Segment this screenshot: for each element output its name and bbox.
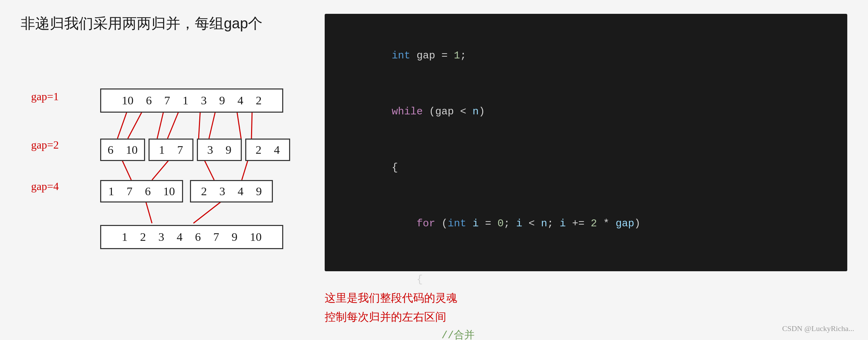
svg-line-2 bbox=[157, 109, 164, 139]
page-title: 非递归我们采用两两归并，每组gap个 bbox=[21, 14, 304, 33]
code-line-3: for (int i = 0; i < n; i += 2 * gap) bbox=[342, 196, 830, 252]
r2-g2-v1: 9 bbox=[219, 143, 238, 157]
svg-line-6 bbox=[237, 109, 241, 139]
r4-v4: 6 bbox=[189, 230, 207, 244]
svg-line-13 bbox=[193, 199, 225, 223]
r4-v5: 7 bbox=[207, 230, 226, 244]
r3-g0-v0: 1 bbox=[102, 185, 121, 198]
main-container: 非递归我们采用两两归并，每组gap个 gap=1 gap=2 gap=4 bbox=[0, 0, 868, 340]
svg-line-1 bbox=[128, 109, 143, 139]
r4-v1: 2 bbox=[134, 230, 152, 244]
r2-g3-v1: 4 bbox=[268, 143, 286, 157]
r3-g0-v2: 6 bbox=[139, 185, 157, 198]
gap-label-1: gap=1 bbox=[31, 90, 59, 103]
row4-box: 1 2 3 4 6 7 9 10 bbox=[100, 225, 283, 249]
r2-g1-v1: 7 bbox=[171, 143, 189, 157]
svg-line-0 bbox=[117, 109, 128, 139]
svg-line-12 bbox=[145, 199, 152, 223]
r1-v5: 9 bbox=[213, 94, 231, 107]
svg-line-3 bbox=[168, 109, 180, 139]
r2-g0-v1: 10 bbox=[120, 143, 144, 157]
r1-v6: 4 bbox=[231, 94, 250, 107]
r1-v4: 3 bbox=[195, 94, 213, 107]
r2-g0-v0: 6 bbox=[102, 143, 120, 157]
r1-v1: 6 bbox=[140, 94, 158, 107]
gap-label-4: gap=4 bbox=[31, 180, 59, 193]
row2-box2: 3 9 bbox=[197, 139, 242, 161]
code-line-2: { bbox=[342, 140, 830, 196]
r1-v2: 7 bbox=[158, 94, 177, 107]
r4-v2: 3 bbox=[152, 230, 171, 244]
watermark: CSDN @LuckyRicha... bbox=[782, 324, 854, 333]
row3-box1: 2 3 4 9 bbox=[190, 180, 273, 202]
r3-g0-v1: 7 bbox=[121, 185, 139, 198]
row2-box3: 2 4 bbox=[245, 139, 290, 161]
r2-g3-v0: 2 bbox=[249, 143, 268, 157]
r1-v0: 10 bbox=[116, 94, 140, 107]
r3-g1-v2: 4 bbox=[231, 185, 250, 198]
row2-box1: 1 7 bbox=[149, 139, 193, 161]
row1-box: 10 6 7 1 3 9 4 2 bbox=[100, 88, 283, 113]
svg-line-5 bbox=[209, 109, 216, 139]
gap-label-2: gap=2 bbox=[31, 139, 59, 151]
left-panel: 非递归我们采用两两归并，每组gap个 gap=1 gap=2 gap=4 bbox=[21, 14, 304, 326]
diagram-area: gap=1 gap=2 gap=4 bbox=[21, 50, 304, 320]
row2-box0: 6 10 bbox=[100, 139, 145, 161]
r3-g0-v3: 10 bbox=[157, 185, 181, 198]
r4-v7: 10 bbox=[244, 230, 268, 244]
r1-v3: 1 bbox=[177, 94, 195, 107]
r3-g1-v0: 2 bbox=[195, 185, 213, 198]
row3-box0: 1 7 6 10 bbox=[100, 180, 183, 202]
svg-line-4 bbox=[199, 109, 200, 139]
r4-v0: 1 bbox=[116, 230, 134, 244]
code-line-1: while (gap < n) bbox=[342, 84, 830, 140]
code-block: int gap = 1; while (gap < n) { for (int … bbox=[325, 14, 847, 271]
r2-g2-v0: 3 bbox=[201, 143, 219, 157]
r4-v3: 4 bbox=[171, 230, 189, 244]
code-line-0: int gap = 1; bbox=[342, 28, 830, 84]
r4-v6: 9 bbox=[226, 230, 244, 244]
r2-g1-v0: 1 bbox=[153, 143, 171, 157]
annotation: 这里是我们整段代码的灵魂控制每次归并的左右区间 bbox=[325, 289, 847, 326]
svg-line-7 bbox=[251, 109, 252, 139]
right-panel: int gap = 1; while (gap < n) { for (int … bbox=[325, 14, 847, 326]
r3-g1-v1: 3 bbox=[213, 185, 231, 198]
r3-g1-v3: 9 bbox=[250, 185, 268, 198]
r1-v7: 2 bbox=[250, 94, 268, 107]
